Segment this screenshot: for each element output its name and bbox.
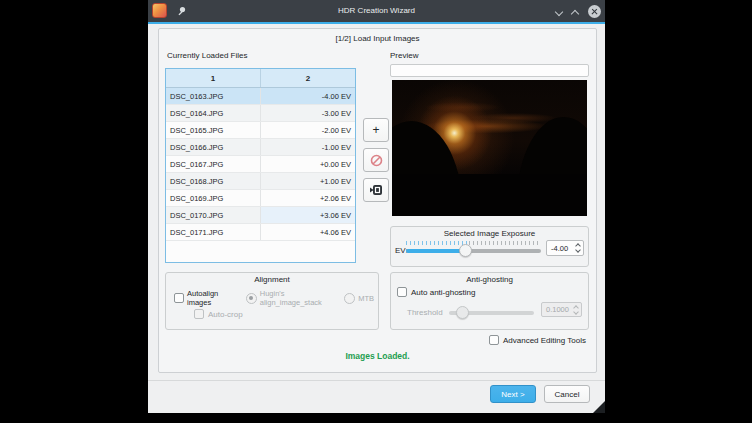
table-row[interactable]: DSC_0165.JPG -2.00 EV: [166, 122, 355, 139]
antighosting-group: Anti-ghosting Auto anti-ghosting Thresho…: [390, 272, 589, 330]
table-row[interactable]: DSC_0171.JPG +4.06 EV: [166, 224, 355, 241]
silhouette-ground: [392, 174, 587, 216]
file-name[interactable]: DSC_0168.JPG: [166, 173, 261, 189]
exposure-group-title: Selected Image Exposure: [391, 229, 588, 238]
table-row[interactable]: DSC_0163.JPG -4.00 EV: [166, 88, 355, 105]
slider-ticks-active: [406, 241, 469, 245]
file-ev[interactable]: +3.06 EV: [261, 207, 355, 223]
prohibition-icon: [370, 154, 383, 167]
file-ev[interactable]: -1.00 EV: [261, 139, 355, 155]
slider-groove[interactable]: [406, 249, 541, 253]
threshold-label: Threshold: [407, 308, 443, 317]
auto-antighosting-label: Auto anti-ghosting: [411, 288, 476, 297]
exposure-slider[interactable]: [406, 241, 541, 257]
file-ev[interactable]: -4.00 EV: [261, 88, 355, 104]
loaded-files-label: Currently Loaded Files: [167, 51, 247, 60]
cancel-button[interactable]: Cancel: [544, 385, 590, 403]
exposure-spinbox[interactable]: -4.00: [546, 240, 584, 256]
slider-thumb[interactable]: [459, 244, 472, 257]
auto-antighosting-checkbox[interactable]: [397, 287, 407, 297]
threshold-value: 0.1000: [542, 305, 570, 314]
spin-down-icon: [573, 309, 579, 315]
maximize-icon[interactable]: [572, 8, 579, 15]
table-row[interactable]: DSC_0170.JPG +3.06 EV: [166, 207, 355, 224]
threshold-thumb: [456, 306, 469, 319]
file-name[interactable]: DSC_0170.JPG: [166, 207, 261, 223]
autocrop-label: Auto-crop: [208, 310, 243, 319]
file-name[interactable]: DSC_0163.JPG: [166, 88, 261, 104]
mtb-radio: [344, 293, 355, 304]
clear-list-button[interactable]: [363, 178, 389, 202]
file-name[interactable]: DSC_0166.JPG: [166, 139, 261, 155]
autoalign-checkbox[interactable]: [174, 293, 184, 303]
accent-line: [148, 22, 605, 24]
preview-image: [392, 80, 587, 216]
close-icon[interactable]: [588, 5, 601, 18]
window-title: HDR Creation Wizard: [148, 0, 605, 22]
spin-down-icon[interactable]: [575, 247, 581, 253]
file-name[interactable]: DSC_0164.JPG: [166, 105, 261, 121]
wizard-page: [1/2] Load Input Images Currently Loaded…: [158, 28, 597, 373]
autoalign-label: Autoalign images: [187, 289, 238, 307]
plus-icon: +: [372, 124, 379, 136]
alignment-group-title: Alignment: [166, 275, 378, 284]
clear-list-icon: [369, 184, 383, 196]
column-header-2[interactable]: 2: [261, 69, 355, 87]
file-name[interactable]: DSC_0171.JPG: [166, 224, 261, 240]
antighosting-group-title: Anti-ghosting: [391, 275, 588, 284]
next-button[interactable]: Next >: [490, 385, 536, 403]
add-image-button[interactable]: +: [363, 118, 389, 142]
slider-ticks: [469, 241, 541, 245]
table-row[interactable]: DSC_0168.JPG +1.00 EV: [166, 173, 355, 190]
footer-separator: [148, 380, 605, 381]
file-ev[interactable]: -2.00 EV: [261, 122, 355, 138]
file-ev[interactable]: +4.06 EV: [261, 224, 355, 240]
advanced-tools-checkbox[interactable]: [489, 335, 499, 345]
resize-grip[interactable]: [593, 401, 605, 413]
advanced-tools-label: Advanced Editing Tools: [503, 336, 586, 345]
alignment-group: Alignment Autoalign images Hugin's align…: [165, 272, 379, 330]
table-row[interactable]: DSC_0169.JPG +2.06 EV: [166, 190, 355, 207]
hugin-label: Hugin's align_image_stack: [260, 289, 338, 307]
status-message: Images Loaded.: [159, 351, 596, 361]
mtb-label: MTB: [358, 294, 374, 303]
threshold-spinbox: 0.1000: [541, 302, 582, 317]
file-ev[interactable]: +0.00 EV: [261, 156, 355, 172]
preview-label: Preview: [390, 51, 418, 60]
exposure-value: -4.00: [547, 244, 572, 253]
minimize-icon[interactable]: [556, 8, 563, 15]
file-name[interactable]: DSC_0167.JPG: [166, 156, 261, 172]
table-row[interactable]: DSC_0167.JPG +0.00 EV: [166, 156, 355, 173]
table-row[interactable]: DSC_0166.JPG -1.00 EV: [166, 139, 355, 156]
hugin-radio: [246, 293, 257, 304]
file-name[interactable]: DSC_0165.JPG: [166, 122, 261, 138]
exposure-group: Selected Image Exposure EV: -4.00: [390, 226, 589, 267]
table-row[interactable]: DSC_0164.JPG -3.00 EV: [166, 105, 355, 122]
column-header-1[interactable]: 1: [166, 69, 261, 87]
preview-progress-bar: [390, 64, 589, 77]
file-ev[interactable]: -3.00 EV: [261, 105, 355, 121]
remove-image-button[interactable]: [363, 148, 389, 172]
page-title: [1/2] Load Input Images: [159, 34, 596, 43]
file-ev[interactable]: +2.06 EV: [261, 190, 355, 206]
file-name[interactable]: DSC_0169.JPG: [166, 190, 261, 206]
loaded-files-table[interactable]: 1 2 DSC_0163.JPG -4.00 EV DSC_0164.JPG -…: [165, 68, 356, 263]
file-ev[interactable]: +1.00 EV: [261, 173, 355, 189]
threshold-slider: [449, 303, 534, 319]
autocrop-checkbox: [194, 309, 204, 319]
hdr-wizard-window: HDR Creation Wizard [1/2] Load Input Ima…: [148, 0, 605, 413]
titlebar[interactable]: HDR Creation Wizard: [148, 0, 605, 22]
table-header: 1 2: [166, 69, 355, 88]
